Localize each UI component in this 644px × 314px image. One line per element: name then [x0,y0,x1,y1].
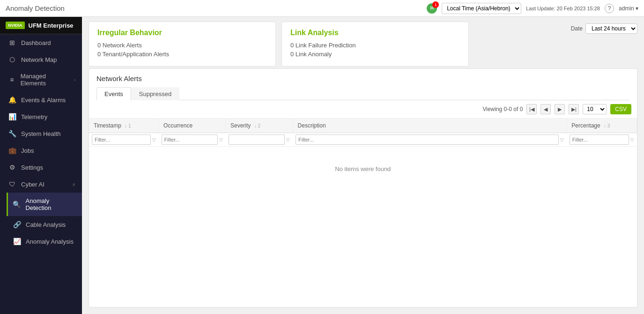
filter-triangle-icon-4[interactable]: ▽ [560,137,564,142]
topbar-left: Anomaly Detection [6,4,65,12]
topbar-right: ✉ 1 Local Time (Asia/Hebron) Last Update… [427,3,638,14]
filter-timestamp-cell: ▽ [89,133,159,147]
sort-icon: ↓ 1 [125,123,131,128]
sidebar-item-label: System Health [21,130,61,137]
settings-icon: ⚙ [8,164,16,171]
col-severity: Severity ↓ 2 [226,119,293,133]
alerts-title: Network Alerts [96,75,629,82]
date-filter-select[interactable]: Last 24 hours Last 7 days Last 30 days [585,23,637,34]
sidebar: NVIDIA UFM Enterprise ⊞ Dashboard ⬡ Netw… [0,17,82,314]
sidebar-item-label: Cable Analysis [26,221,66,228]
filter-severity-cell: ▽ [226,133,293,147]
sidebar-item-label: Cyber AI [21,181,44,188]
sidebar-item-label: Managed Elements [21,73,69,87]
irregular-behavior-title: Irregular Behavior [97,29,267,37]
irregular-behavior-card: Irregular Behavior 0 Network Alerts 0 Te… [89,22,276,67]
filter-severity-input[interactable] [229,135,285,145]
network-alerts-section: Network Alerts Events Suppressed Viewing… [89,68,637,307]
filter-description-input[interactable] [296,135,559,145]
sidebar-item-managed-elements[interactable]: ≡ Managed Elements › [0,68,82,91]
sidebar-item-label: Anomaly Analysis [26,238,74,245]
sidebar-item-label: Anomaly Detection [26,197,75,211]
network-map-icon: ⬡ [8,56,16,63]
irregular-behavior-item-0: 0 Network Alerts [97,42,267,49]
tab-suppressed[interactable]: Suppressed [131,87,179,100]
sidebar-item-jobs[interactable]: 💼 Jobs [0,142,82,159]
sidebar-item-settings[interactable]: ⚙ Settings [0,159,82,176]
col-timestamp: Timestamp ↓ 1 [89,119,159,133]
sidebar-brand: UFM Enterprise [29,22,74,29]
filter-timestamp-input[interactable] [92,135,151,145]
sidebar-item-telemetry[interactable]: 📊 Telemetry [0,108,82,125]
alerts-table: Timestamp ↓ 1 Occurrence Severity ↓ 2 [89,119,637,191]
chevron-right-icon: › [74,77,75,82]
chevron-down-icon: ∧ [72,182,75,187]
sidebar-item-label: Settings [21,164,43,171]
managed-elements-icon: ≡ [8,76,16,83]
anomaly-detection-icon: 🔍 [13,201,21,208]
empty-row: No items were found [89,147,637,192]
sidebar-item-events-alarms[interactable]: 🔔 Events & Alarms [0,91,82,108]
first-page-button[interactable]: |◀ [526,104,537,114]
cyber-ai-icon: 🛡 [8,180,16,188]
last-page-button[interactable]: ▶| [569,104,579,114]
jobs-icon: 💼 [8,147,16,154]
filter-row: ▽ ▽ [89,133,637,147]
filter-triangle-icon-2[interactable]: ▽ [219,137,223,142]
layout: NVIDIA UFM Enterprise ⊞ Dashboard ⬡ Netw… [0,17,644,314]
csv-button[interactable]: CSV [610,104,631,114]
table-toolbar: Viewing 0-0 of 0 |◀ ◀ ▶ ▶| 10 25 50 100 … [89,100,637,119]
filter-row-body: ▽ ▽ [89,133,637,192]
cable-analysis-icon: 🔗 [13,221,21,228]
filter-triangle-icon[interactable]: ▽ [152,137,156,142]
admin-menu[interactable]: admin ▾ [619,5,638,12]
filter-triangle-icon-5[interactable]: ▽ [630,137,634,142]
filter-occurrence-cell: ▽ [159,133,226,147]
notification-bell[interactable]: ✉ 1 [427,3,437,14]
topbar-title: Anomaly Detection [6,4,65,12]
sidebar-item-network-map[interactable]: ⬡ Network Map [0,51,82,68]
sidebar-item-anomaly-analysis[interactable]: 📈 Anomaly Analysis [7,233,82,250]
empty-message: No items were found [89,147,637,192]
help-button[interactable]: ? [605,4,614,13]
col-description: Description [293,119,567,133]
sidebar-item-label: Jobs [21,147,34,154]
link-analysis-item-1: 0 Link Anomaly [290,51,460,58]
irregular-behavior-item-1: 0 Tenant/Application Alerts [97,51,267,58]
prev-page-button[interactable]: ◀ [540,104,551,114]
sidebar-item-cable-analysis[interactable]: 🔗 Cable Analysis [7,216,82,233]
table-header-row: Timestamp ↓ 1 Occurrence Severity ↓ 2 [89,119,637,133]
viewing-text: Viewing 0-0 of 0 [482,106,523,112]
date-filter: Date Last 24 hours Last 7 days Last 30 d… [571,22,637,34]
nvidia-logo: NVIDIA [6,22,25,29]
table-container: Timestamp ↓ 1 Occurrence Severity ↓ 2 [89,119,637,307]
col-occurrence: Occurrence [159,119,226,133]
next-page-button[interactable]: ▶ [555,104,565,114]
system-health-icon: 🔧 [8,130,16,137]
alerts-header: Network Alerts Events Suppressed [89,69,637,100]
anomaly-analysis-icon: 📈 [13,238,21,245]
sidebar-item-dashboard[interactable]: ⊞ Dashboard [0,34,82,51]
col-percentage: Percentage ↓ 3 [567,119,637,133]
sidebar-item-cyber-ai[interactable]: 🛡 Cyber AI ∧ [0,176,82,193]
events-alarms-icon: 🔔 [8,96,16,104]
link-analysis-item-0: 0 Link Failure Prediction [290,42,460,49]
sort-icon-3: ↓ 3 [604,123,610,128]
dashboard-icon: ⊞ [8,39,16,46]
page-size-select[interactable]: 10 25 50 100 [583,104,607,114]
filter-occurrence-input[interactable] [162,135,218,145]
sidebar-item-anomaly-detection[interactable]: 🔍 Anomaly Detection [7,193,82,216]
timezone-select[interactable]: Local Time (Asia/Hebron) [442,3,521,14]
filter-triangle-icon-3[interactable]: ▽ [286,137,290,142]
tab-events[interactable]: Events [96,87,131,100]
filter-percentage-cell: ▽ [567,133,637,147]
topbar: Anomaly Detection ✉ 1 Local Time (Asia/H… [0,0,644,17]
notification-badge: 1 [432,1,439,8]
sort-icon-2: ↓ 2 [254,123,260,128]
filter-description-cell: ▽ [293,133,567,147]
tabs: Events Suppressed [96,87,629,100]
main-content: Irregular Behavior 0 Network Alerts 0 Te… [82,17,644,314]
link-analysis-title: Link Analysis [290,29,460,37]
sidebar-item-system-health[interactable]: 🔧 System Health [0,125,82,142]
filter-percentage-input[interactable] [570,135,629,145]
